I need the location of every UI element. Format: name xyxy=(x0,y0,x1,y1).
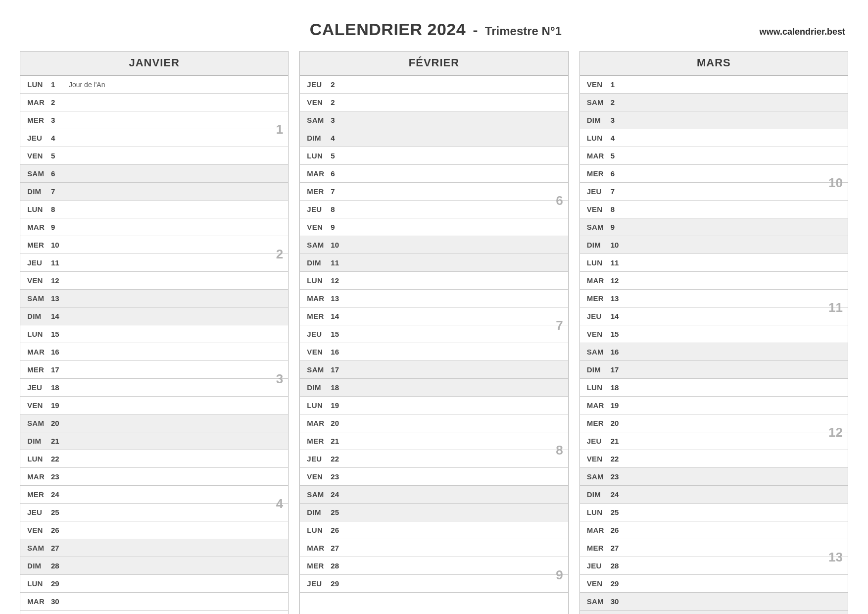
day-row: SAM20 xyxy=(20,414,288,432)
day-of-week: MAR xyxy=(587,526,611,534)
day-number: 9 xyxy=(331,223,348,231)
day-of-week: MAR xyxy=(27,98,51,106)
day-of-week: DIM xyxy=(27,562,51,570)
day-row: DIM28 xyxy=(20,557,288,575)
day-number: 17 xyxy=(331,365,348,374)
day-of-week: JEU xyxy=(307,205,331,213)
day-number: 10 xyxy=(611,241,628,249)
day-row: DIM4 xyxy=(300,129,568,147)
day-number: 7 xyxy=(331,187,348,196)
day-row: MER21 xyxy=(300,432,568,450)
day-number: 29 xyxy=(331,579,348,588)
day-row: VEN23 xyxy=(300,468,568,486)
day-row: JEU18 xyxy=(20,379,288,397)
day-number: 27 xyxy=(611,544,628,552)
day-number: 26 xyxy=(51,526,69,534)
day-of-week: SAM xyxy=(27,169,51,178)
day-row: SAM24 xyxy=(300,486,568,504)
day-of-week: MER xyxy=(587,544,611,552)
day-of-week: MER xyxy=(307,187,331,196)
day-row: LUN22 xyxy=(20,450,288,468)
day-of-week: MAR xyxy=(307,544,331,552)
day-of-week: LUN xyxy=(27,205,51,213)
day-of-week: VEN xyxy=(587,455,611,463)
day-of-week: JEU xyxy=(587,562,611,570)
day-row: JEU8 xyxy=(300,201,568,218)
day-of-week: LUN xyxy=(587,258,611,267)
day-row: LUN18 xyxy=(580,379,848,397)
day-of-week: JEU xyxy=(307,80,331,89)
day-number: 25 xyxy=(51,508,69,516)
day-row: MER13 xyxy=(580,290,848,307)
day-number: 1 xyxy=(611,80,628,89)
day-of-week: SAM xyxy=(307,241,331,249)
day-number: 11 xyxy=(331,258,348,267)
day-row: MAR5 xyxy=(580,147,848,165)
day-of-week: MER xyxy=(587,169,611,178)
day-number: 18 xyxy=(331,383,348,392)
day-row: SAM17 xyxy=(300,361,568,379)
day-row: MER14 xyxy=(300,307,568,325)
day-number: 9 xyxy=(51,223,69,231)
day-number: 14 xyxy=(331,312,348,320)
month-header: MARS xyxy=(580,51,848,76)
day-row: VEN26 xyxy=(20,521,288,539)
day-number: 28 xyxy=(51,562,69,570)
day-row: MER20 xyxy=(580,414,848,432)
day-of-week: VEN xyxy=(587,579,611,588)
day-of-week: LUN xyxy=(27,455,51,463)
day-number: 24 xyxy=(51,490,69,499)
site-url: www.calendrier.best xyxy=(760,27,845,39)
day-row: MAR16 xyxy=(20,343,288,361)
day-of-week: DIM xyxy=(587,490,611,499)
day-number: 21 xyxy=(331,437,348,445)
day-row: DIM31 xyxy=(580,611,848,614)
day-of-week: VEN xyxy=(307,472,331,481)
day-number: 25 xyxy=(331,508,348,516)
day-number: 23 xyxy=(51,472,69,481)
day-of-week: VEN xyxy=(587,205,611,213)
day-number: 6 xyxy=(51,169,69,178)
day-of-week: MAR xyxy=(587,401,611,409)
day-row: LUN8 xyxy=(20,201,288,218)
day-row: JEU7 xyxy=(580,183,848,201)
day-row: SAM2 xyxy=(580,94,848,111)
day-number: 26 xyxy=(331,526,348,534)
day-of-week: MER xyxy=(27,116,51,124)
day-of-week: DIM xyxy=(587,116,611,124)
day-number: 4 xyxy=(611,134,628,142)
day-number: 3 xyxy=(51,116,69,124)
day-of-week: MAR xyxy=(307,419,331,427)
day-number: 28 xyxy=(331,562,348,570)
day-of-week: MAR xyxy=(307,294,331,303)
title-sub: Trimestre N°1 xyxy=(485,24,562,38)
day-of-week: MER xyxy=(27,365,51,374)
day-of-week: DIM xyxy=(27,187,51,196)
day-row: DIM10 xyxy=(580,236,848,254)
day-row: MER27 xyxy=(580,539,848,557)
day-number: 24 xyxy=(611,490,628,499)
day-number: 14 xyxy=(611,312,628,320)
day-of-week: JEU xyxy=(587,437,611,445)
day-number: 2 xyxy=(51,98,69,106)
day-row: VEN29 xyxy=(580,575,848,593)
day-number: 22 xyxy=(611,455,628,463)
day-row: MAR13 xyxy=(300,290,568,307)
day-of-week: MAR xyxy=(27,472,51,481)
day-of-week: SAM xyxy=(587,223,611,231)
day-number: 15 xyxy=(331,330,348,338)
day-number: 20 xyxy=(331,419,348,427)
day-number: 8 xyxy=(51,205,69,213)
day-number: 10 xyxy=(331,241,348,249)
day-of-week: MAR xyxy=(27,597,51,606)
day-of-week: SAM xyxy=(587,348,611,356)
day-of-week: SAM xyxy=(27,544,51,552)
day-number: 26 xyxy=(611,526,628,534)
day-number: 11 xyxy=(51,258,69,267)
day-of-week: MER xyxy=(27,490,51,499)
day-of-week: DIM xyxy=(307,134,331,142)
day-of-week: VEN xyxy=(307,223,331,231)
day-number: 5 xyxy=(611,152,628,160)
day-of-week: SAM xyxy=(307,116,331,124)
day-of-week: VEN xyxy=(587,80,611,89)
